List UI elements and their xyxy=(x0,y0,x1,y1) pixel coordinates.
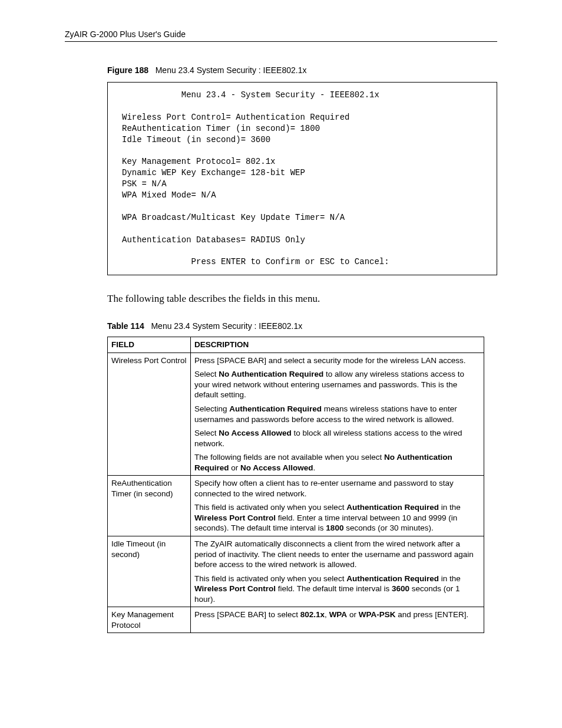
guide-title: ZyAIR G-2000 Plus User's Guide xyxy=(65,29,186,39)
field-name: Wireless Port Control xyxy=(108,353,191,475)
intro-paragraph: The following table describes the fields… xyxy=(107,293,497,305)
field-name: Idle Timeout (in second) xyxy=(108,536,191,607)
table-row: Idle Timeout (in second)The ZyAIR automa… xyxy=(108,536,484,607)
field-description: Press [SPACE BAR] to select 802.1x, WPA … xyxy=(191,607,484,633)
table-body: Wireless Port ControlPress [SPACE BAR] a… xyxy=(108,353,484,633)
field-description: The ZyAIR automatically disconnects a cl… xyxy=(191,536,484,607)
description-table: FIELD DESCRIPTION Wireless Port ControlP… xyxy=(107,337,484,633)
col-header-field: FIELD xyxy=(108,337,191,353)
table-label: Table 114 xyxy=(107,321,144,331)
table-header-row: FIELD DESCRIPTION xyxy=(108,337,484,353)
table-row: ReAuthentication Timer (in second)Specif… xyxy=(108,476,484,536)
field-name: Key Management Protocol xyxy=(108,607,191,633)
field-description: Press [SPACE BAR] and select a security … xyxy=(191,353,484,475)
table-title: Menu 23.4 System Security : IEEE802.1x xyxy=(151,321,302,331)
page-header: ZyAIR G-2000 Plus User's Guide xyxy=(65,29,497,42)
table-caption: Table 114 Menu 23.4 System Security : IE… xyxy=(107,321,497,331)
figure-title: Menu 23.4 System Security : IEEE802.1x xyxy=(156,65,307,75)
table-row: Key Management ProtocolPress [SPACE BAR]… xyxy=(108,607,484,633)
terminal-screen: Menu 23.4 - System Security - IEEE802.1x… xyxy=(107,82,497,275)
figure-caption: Figure 188 Menu 23.4 System Security : I… xyxy=(107,65,497,75)
field-description: Specify how often a client has to re-ent… xyxy=(191,476,484,536)
figure-label: Figure 188 xyxy=(107,65,148,75)
field-name: ReAuthentication Timer (in second) xyxy=(108,476,191,536)
col-header-description: DESCRIPTION xyxy=(191,337,484,353)
table-row: Wireless Port ControlPress [SPACE BAR] a… xyxy=(108,353,484,475)
